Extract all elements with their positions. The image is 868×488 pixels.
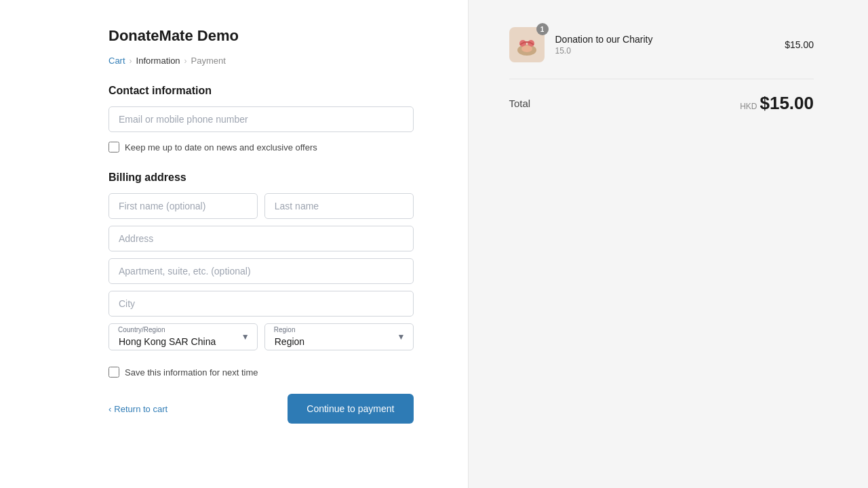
- total-price-wrap: HKD $15.00: [740, 93, 814, 114]
- city-group: [108, 291, 414, 317]
- breadcrumb-information: Information: [136, 56, 180, 66]
- apartment-input[interactable]: [108, 258, 414, 284]
- region-select-wrapper: Region Region ▼: [264, 323, 414, 350]
- country-group: Country/Region Hong Kong SAR China ▼: [108, 323, 258, 350]
- email-field-group: [108, 106, 414, 132]
- country-region-row: Country/Region Hong Kong SAR China ▼ Reg…: [108, 323, 414, 357]
- save-info-checkbox[interactable]: [108, 367, 119, 378]
- newsletter-row: Keep me up to date on news and exclusive…: [108, 142, 414, 152]
- first-name-group: [108, 193, 258, 219]
- order-item: 1 Donation to our Charity 15.0 $15.00: [509, 27, 814, 62]
- total-price: $15.00: [760, 93, 814, 114]
- total-row: Total HKD $15.00: [509, 79, 814, 114]
- total-currency: HKD: [740, 102, 757, 111]
- first-name-input[interactable]: [108, 193, 258, 219]
- email-input[interactable]: [108, 106, 414, 132]
- billing-section-title: Billing address: [108, 171, 414, 184]
- region-select[interactable]: Region: [264, 323, 414, 350]
- right-panel: 1 Donation to our Charity 15.0 $15.00 To…: [468, 0, 869, 488]
- billing-section: Billing address Country/Region Hon: [108, 171, 414, 378]
- breadcrumb-payment: Payment: [191, 56, 226, 66]
- save-info-label[interactable]: Save this information for next time: [125, 367, 258, 378]
- left-panel: DonateMate Demo Cart › Information › Pay…: [0, 0, 468, 488]
- item-quantity: 15.0: [555, 46, 774, 56]
- country-select[interactable]: Hong Kong SAR China: [108, 323, 258, 350]
- item-info: Donation to our Charity 15.0: [555, 34, 774, 56]
- charity-illustration: [513, 31, 540, 58]
- return-to-cart-link[interactable]: ‹ Return to cart: [108, 404, 167, 414]
- return-link-text: Return to cart: [114, 404, 167, 414]
- chevron-left-icon: ‹: [108, 404, 111, 414]
- newsletter-label[interactable]: Keep me up to date on news and exclusive…: [125, 142, 317, 152]
- breadcrumb-cart[interactable]: Cart: [108, 56, 125, 66]
- address-group: [108, 226, 414, 251]
- total-label: Total: [509, 98, 531, 109]
- last-name-group: [264, 193, 414, 219]
- continue-to-payment-button[interactable]: Continue to payment: [288, 394, 413, 424]
- newsletter-checkbox[interactable]: [108, 142, 119, 152]
- save-info-row: Save this information for next time: [108, 367, 414, 378]
- item-image-wrapper: 1: [509, 27, 545, 62]
- region-group: Region Region ▼: [264, 323, 414, 350]
- city-input[interactable]: [108, 291, 414, 317]
- country-select-wrapper: Country/Region Hong Kong SAR China ▼: [108, 323, 258, 350]
- breadcrumb-sep-2: ›: [184, 56, 187, 66]
- footer-row: ‹ Return to cart Continue to payment: [108, 394, 414, 424]
- item-name: Donation to our Charity: [555, 34, 774, 45]
- breadcrumb: Cart › Information › Payment: [108, 56, 414, 66]
- last-name-input[interactable]: [264, 193, 414, 219]
- address-input[interactable]: [108, 226, 414, 251]
- item-price: $15.00: [785, 39, 814, 50]
- apartment-group: [108, 258, 414, 284]
- name-row: [108, 193, 414, 226]
- breadcrumb-sep-1: ›: [130, 56, 132, 66]
- item-quantity-badge: 1: [536, 23, 549, 35]
- contact-section-title: Contact information: [108, 85, 414, 97]
- svg-point-3: [521, 45, 532, 52]
- store-title: DonateMate Demo: [108, 27, 414, 45]
